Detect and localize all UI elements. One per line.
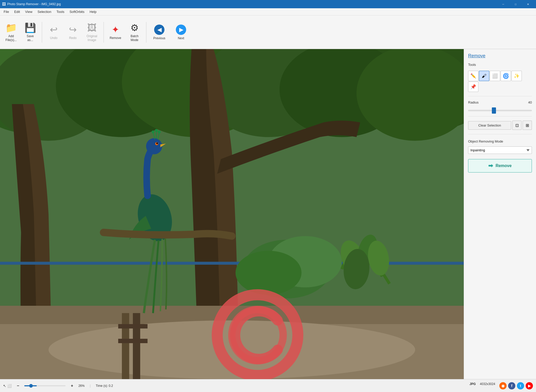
undo-label: Undo xyxy=(50,36,58,40)
radius-row: Radius 40 xyxy=(468,100,532,104)
add-files-icon: 📁 xyxy=(5,22,17,33)
divider-2 xyxy=(468,116,532,116)
app-icon: 🖼 xyxy=(2,2,6,6)
redo-label: Redo xyxy=(69,36,77,40)
radius-slider-container xyxy=(468,108,532,112)
undo-button[interactable]: ↩ Undo xyxy=(45,19,63,45)
original-image-icon: 🖼 xyxy=(87,22,97,33)
rectangle-tool-button[interactable]: ⬜ xyxy=(490,71,500,81)
toolbar-separator-2 xyxy=(104,22,104,43)
svg-point-30 xyxy=(158,130,161,133)
svg-point-26 xyxy=(152,130,154,133)
eraser-tool-button[interactable]: 🖌 xyxy=(479,71,489,81)
save-as-icon: 💾 xyxy=(25,22,36,33)
svg-rect-33 xyxy=(118,324,148,328)
stamp-tool-button[interactable]: 📌 xyxy=(468,82,478,92)
stamp-icon: 📌 xyxy=(470,84,476,90)
dimensions-label: 4032x3024 xyxy=(480,382,495,389)
right-panel: Remove Tools ✏️ 🖌 ⬜ 🌀 ✨ xyxy=(464,49,536,379)
clear-selection-row: Clear Selection ⊡ ⊞ xyxy=(468,121,532,130)
redo-button[interactable]: ↪ Redo xyxy=(64,19,82,45)
remove-icon: ✦ xyxy=(112,24,119,35)
save-as-label: Saveas... xyxy=(27,34,34,42)
crop-icon: ⊞ xyxy=(526,123,529,128)
object-removing-mode-select[interactable]: Inpainting Smart Fill Blur xyxy=(468,146,532,154)
svg-point-28 xyxy=(155,129,158,132)
status-zoom-minus[interactable]: − xyxy=(17,383,19,388)
divider-3 xyxy=(468,134,532,134)
magic-wand-tool-button[interactable]: ✨ xyxy=(511,71,522,81)
add-files-button[interactable]: 📁 AddFile(s)... xyxy=(2,19,20,45)
original-image-label: OriginalImage xyxy=(86,34,97,42)
minimize-button[interactable]: ─ xyxy=(497,0,509,8)
social-icons: JPG 4032x3024 ◉ f t ▶ xyxy=(470,382,533,389)
zoom-slider[interactable] xyxy=(24,385,66,386)
batch-mode-label: BatchMode xyxy=(131,34,139,42)
object-removing-mode-label: Object Removing Mode xyxy=(468,139,532,143)
twitter-icon[interactable]: t xyxy=(517,382,524,389)
radius-slider[interactable] xyxy=(468,110,532,111)
pencil-tool-button[interactable]: ✏️ xyxy=(468,71,478,81)
remove-button-label: Remove xyxy=(495,163,511,168)
menu-softorbits[interactable]: SoftOrbits xyxy=(67,9,87,15)
fit-selection-button[interactable]: ⊡ xyxy=(512,121,522,130)
app-title: Photo Stamp Remover - IMG_0492.jpg xyxy=(7,2,497,6)
remove-arrow-icon: ➡ xyxy=(488,162,493,169)
toolbar-separator-1 xyxy=(42,22,42,43)
time-label: Time (s): 0.2 xyxy=(96,384,113,388)
status-zoom-plus[interactable]: + xyxy=(71,383,73,388)
menu-bar: File Edit View Selection Tools SoftOrbit… xyxy=(0,8,536,15)
svg-rect-17 xyxy=(0,262,464,265)
pencil-icon: ✏️ xyxy=(470,73,476,79)
svg-rect-32 xyxy=(133,313,140,379)
status-pointer-icon: ↖ xyxy=(3,384,6,388)
crop-selection-button[interactable]: ⊞ xyxy=(523,121,532,130)
batch-mode-icon: ⚙ xyxy=(130,22,139,33)
add-files-label: AddFile(s)... xyxy=(5,34,17,42)
redo-icon: ↪ xyxy=(69,24,77,35)
status-bar: ↖ ⬜ − + 26% | Time (s): 0.2 JPG 4032x302… xyxy=(0,379,536,392)
image-area[interactable] xyxy=(0,49,464,379)
rectangle-icon: ⬜ xyxy=(492,73,498,79)
svg-point-20 xyxy=(235,251,302,295)
lasso-icon: 🌀 xyxy=(503,73,509,79)
status-selection-icon: ⬜ xyxy=(7,384,12,388)
svg-rect-34 xyxy=(118,339,148,343)
menu-selection[interactable]: Selection xyxy=(35,9,54,15)
window-controls: ─ □ ✕ xyxy=(497,0,534,8)
menu-help[interactable]: Help xyxy=(87,9,99,15)
magic-wand-icon: ✨ xyxy=(514,73,519,79)
eraser-icon: 🖌 xyxy=(482,73,486,79)
status-separator: | xyxy=(90,384,91,388)
menu-edit[interactable]: Edit xyxy=(12,9,22,15)
next-button[interactable]: ▶ Next xyxy=(171,19,191,45)
close-button[interactable]: ✕ xyxy=(522,0,534,8)
remove-button-toolbar[interactable]: ✦ Remove xyxy=(106,19,124,45)
rss-icon[interactable]: ◉ xyxy=(499,382,507,389)
menu-tools[interactable]: Tools xyxy=(54,9,67,15)
youtube-icon[interactable]: ▶ xyxy=(526,382,533,389)
main-content: Remove Tools ✏️ 🖌 ⬜ 🌀 ✨ xyxy=(0,49,536,379)
undo-icon: ↩ xyxy=(50,24,58,35)
menu-view[interactable]: View xyxy=(22,9,35,15)
facebook-icon[interactable]: f xyxy=(508,382,515,389)
divider-1 xyxy=(468,96,532,96)
maximize-button[interactable]: □ xyxy=(510,0,522,8)
previous-label: Previous xyxy=(153,36,165,40)
scene-svg xyxy=(0,49,464,379)
original-image-button[interactable]: 🖼 OriginalImage xyxy=(83,19,101,45)
menu-file[interactable]: File xyxy=(1,9,12,15)
svg-point-24 xyxy=(156,143,158,144)
status-tools: ↖ ⬜ xyxy=(3,384,12,388)
previous-button[interactable]: ◀ Previous xyxy=(149,19,170,45)
clear-selection-button[interactable]: Clear Selection xyxy=(468,121,511,130)
remove-action-button[interactable]: ➡ Remove xyxy=(468,159,532,173)
batch-mode-button[interactable]: ⚙ BatchMode xyxy=(125,19,144,45)
tools-section-label: Tools xyxy=(468,63,532,67)
next-label: Next xyxy=(178,36,184,40)
lasso-tool-button[interactable]: 🌀 xyxy=(501,71,511,81)
svg-point-22 xyxy=(146,138,162,154)
zoom-percentage: 26% xyxy=(78,384,85,388)
save-as-button[interactable]: 💾 Saveas... xyxy=(21,19,39,45)
radius-value: 40 xyxy=(528,100,532,104)
